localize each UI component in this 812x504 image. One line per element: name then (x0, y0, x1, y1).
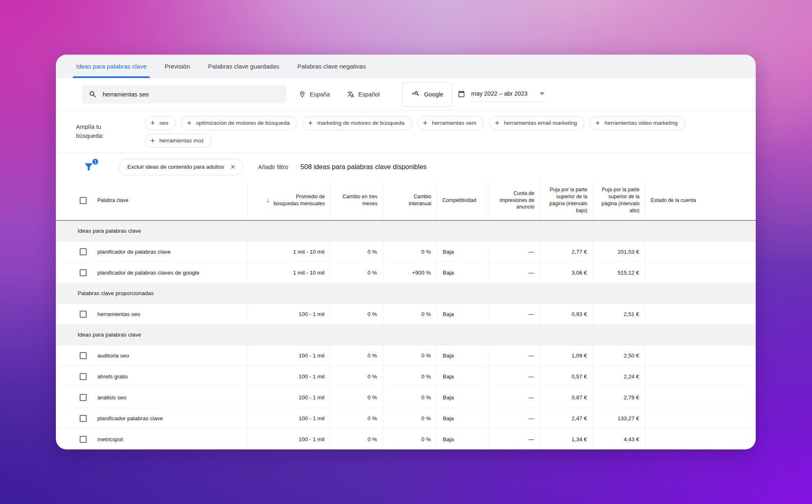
plus-icon: + (187, 119, 191, 127)
cell-account (645, 408, 756, 428)
exclude-adult-filter-chip[interactable]: Excluir ideas de contenido para adultos … (118, 159, 243, 175)
cell-bid_high: 2,24 € (593, 366, 645, 387)
section-header: Ideas para palabras clave (56, 325, 756, 345)
cell-change_yoy: 0 % (383, 345, 437, 366)
close-icon[interactable]: ✕ (230, 164, 236, 170)
header-change-3m[interactable]: Cambio en tres meses (330, 181, 383, 220)
chip-add-keyword[interactable]: +seo (145, 116, 176, 130)
select-all-checkbox[interactable] (80, 197, 87, 204)
cell-bid_low: 2,77 € (540, 241, 593, 262)
chip-add-keyword[interactable]: +herramientas email marketing (489, 116, 584, 130)
header-label: Competitividad (442, 197, 476, 204)
keyword-planner-card: Ideas para palabras clave Previsión Pala… (56, 55, 756, 449)
header-ad-impression-share[interactable]: Cuota de impresiones de anuncio (488, 181, 540, 220)
chip-add-keyword[interactable]: +marketing de motores de búsqueda (302, 116, 412, 130)
chip-add-keyword[interactable]: +herramientas video marketing (590, 116, 685, 130)
header-change-yoy[interactable]: Cambio interanual (383, 181, 437, 220)
tab-forecast[interactable]: Previsión (165, 55, 190, 78)
cell-change_3m: 0 % (330, 262, 383, 283)
keyword-text: planificador de palabras claves de googl… (97, 270, 199, 276)
search-icon (89, 90, 97, 99)
tab-bar: Ideas para palabras clave Previsión Pala… (56, 55, 756, 78)
cell-change_yoy: 0 % (383, 304, 437, 324)
row-checkbox[interactable] (80, 415, 87, 422)
cell-avg: 1 mil - 10 mil (247, 241, 330, 262)
tab-saved-keywords[interactable]: Palabras clave guardadas (208, 55, 279, 78)
keyword-text: metricspot (97, 436, 123, 442)
tab-negative-keywords[interactable]: Palabras clave negativas (297, 55, 366, 78)
cell-avg: 1 mil - 10 mil (247, 262, 330, 283)
keyword-text: planificador de palabras clave (97, 249, 171, 255)
cell-bid_low: 2,47 € (540, 408, 593, 428)
row-checkbox[interactable] (80, 436, 87, 443)
search-input[interactable] (103, 91, 280, 98)
header-top-bid-low[interactable]: Puja por la parte superior de la página … (540, 181, 593, 220)
cell-ad_share: — (488, 345, 540, 366)
network-selector[interactable]: Google (402, 82, 453, 107)
tab-label: Ideas para palabras clave (76, 63, 147, 70)
table-header: Palabra clave ↓ Promedio de búsquedas me… (56, 181, 756, 221)
cell-avg: 100 - 1 mil (247, 408, 330, 428)
row-checkbox[interactable] (80, 352, 87, 359)
row-checkbox[interactable] (80, 311, 87, 318)
header-avg-searches[interactable]: ↓ Promedio de búsquedas mensuales (247, 181, 330, 220)
filter-funnel-button[interactable]: 1 (83, 161, 95, 173)
cell-change_yoy: 0 % (383, 366, 437, 387)
cell-account (645, 429, 756, 449)
cell-change_3m: 0 % (330, 429, 383, 449)
plus-icon: + (308, 119, 313, 127)
cell-change_yoy: 0 % (383, 429, 437, 449)
row-checkbox[interactable] (80, 269, 87, 276)
date-range-selector[interactable]: may 2022 – abr 2023 (458, 87, 546, 102)
cell-ad_share: — (488, 429, 540, 449)
keyword-text: planificador palabras clave (97, 415, 163, 422)
cell-change_yoy: 0 % (383, 241, 437, 262)
header-top-bid-high[interactable]: Puja por la parte superior de la página … (593, 181, 645, 220)
cell-competition: Baja (437, 262, 488, 283)
table-row: planificador de palabras claves de googl… (56, 262, 756, 283)
section-header: Ideas para palabras clave (56, 221, 756, 241)
cell-change_3m: 0 % (330, 304, 383, 324)
filter-bar: 1 Excluir ideas de contenido para adulto… (56, 153, 756, 181)
chip-label: optimización de motores de búsqueda (196, 120, 290, 126)
sort-descending-icon: ↓ (266, 196, 269, 205)
chip-add-keyword[interactable]: +herramientas sem (417, 116, 484, 130)
search-input-wrap[interactable] (82, 85, 286, 103)
cell-ad_share: — (488, 241, 540, 262)
location-selector[interactable]: España (299, 91, 330, 98)
chip-label: herramientas video marketing (605, 120, 678, 126)
add-filter-button[interactable]: Añadir filtro (258, 164, 288, 170)
chip-add-keyword[interactable]: +optimización de motores de búsqueda (181, 116, 297, 130)
language-selector[interactable]: Español (347, 91, 380, 98)
cell-competition: Baja (437, 345, 488, 366)
chip-add-keyword[interactable]: +herramientas moz (145, 134, 211, 148)
results-summary: 508 ideas para palabras clave disponible… (301, 163, 427, 171)
cell-ad_share: — (488, 262, 540, 283)
tab-label: Palabras clave negativas (297, 63, 366, 70)
cell-bid_low: 3,06 € (540, 262, 593, 283)
cell-ad_share: — (488, 304, 540, 324)
header-competition[interactable]: Competitividad (437, 181, 488, 220)
keyword-cell: analisis seo (56, 387, 247, 408)
chip-label: herramientas sem (432, 120, 476, 126)
tab-keyword-ideas[interactable]: Ideas para palabras clave (76, 55, 147, 78)
header-keyword: Palabra clave (56, 181, 247, 220)
plus-icon: + (150, 137, 155, 144)
row-checkbox[interactable] (80, 248, 87, 255)
header-label: Cambio interanual (392, 193, 431, 207)
cell-competition: Baja (437, 241, 488, 262)
cell-bid_low: 1,34 € (540, 429, 593, 449)
cell-avg: 100 - 1 mil (247, 387, 330, 408)
cell-account (645, 262, 756, 283)
tab-label: Palabras clave guardadas (208, 63, 279, 70)
cell-competition: Baja (437, 408, 488, 428)
plus-icon: + (596, 119, 600, 127)
filter-chip-label: Excluir ideas de contenido para adultos (127, 164, 224, 170)
search-criteria-row: España Español Google may 2022 – abr 202… (56, 78, 756, 111)
cell-ad_share: — (488, 366, 540, 387)
keyword-cell: planificador palabras clave (56, 408, 247, 428)
row-checkbox[interactable] (80, 373, 87, 380)
cell-avg: 100 - 1 mil (247, 304, 330, 324)
chip-label: seo (159, 120, 168, 126)
row-checkbox[interactable] (80, 394, 87, 401)
